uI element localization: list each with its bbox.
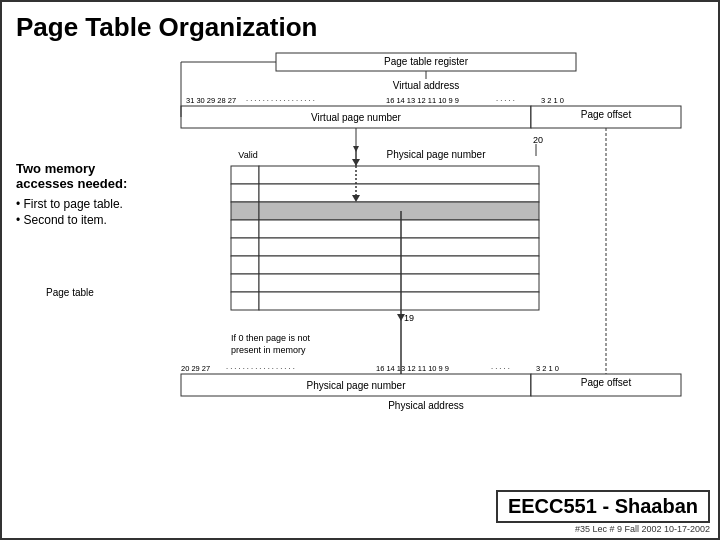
svg-text:· · · · ·: · · · · · xyxy=(496,96,515,105)
svg-text:19: 19 xyxy=(404,313,414,323)
svg-rect-26 xyxy=(259,202,539,220)
svg-rect-29 xyxy=(231,238,259,256)
svg-rect-31 xyxy=(231,256,259,274)
footer: EECC551 - Shaaban #35 Lec # 9 Fall 2002 … xyxy=(496,490,710,534)
first-item-label: • First to page table. xyxy=(16,197,176,211)
svg-text:3  2  1  0: 3 2 1 0 xyxy=(541,96,564,105)
svg-text:16 14 13 12 11 10  9  9: 16 14 13 12 11 10 9 9 xyxy=(386,96,459,105)
svg-text:20: 20 xyxy=(533,135,543,145)
svg-text:31 30 29 28 27: 31 30 29 28 27 xyxy=(186,96,236,105)
page-table-tag: Page table xyxy=(46,287,176,298)
svg-rect-24 xyxy=(259,184,539,202)
svg-text:Page table register: Page table register xyxy=(384,56,469,67)
svg-rect-35 xyxy=(231,292,259,310)
svg-text:Virtual address: Virtual address xyxy=(393,80,460,91)
svg-rect-30 xyxy=(259,238,539,256)
left-description: Two memory accesses needed: • First to p… xyxy=(16,51,176,483)
svg-rect-32 xyxy=(259,256,539,274)
svg-rect-23 xyxy=(231,184,259,202)
svg-rect-34 xyxy=(259,274,539,292)
svg-rect-36 xyxy=(259,292,539,310)
svg-text:Virtual page number: Virtual page number xyxy=(311,112,402,123)
slide: Page Table Organization Two memory acces… xyxy=(0,0,720,540)
svg-text:· · · · ·: · · · · · xyxy=(491,364,510,373)
svg-text:Page offset: Page offset xyxy=(581,377,632,388)
svg-text:3  2  1  0: 3 2 1 0 xyxy=(536,364,559,373)
svg-text:· · · · · · · · · · · · · · · : · · · · · · · · · · · · · · · · · xyxy=(246,96,315,105)
svg-text:· · · · · · · · · · · · · · · : · · · · · · · · · · · · · · · · · xyxy=(226,364,295,373)
svg-rect-21 xyxy=(231,166,259,184)
two-mem-label: Two memory accesses needed: xyxy=(16,161,176,191)
svg-text:If 0 then page is not: If 0 then page is not xyxy=(231,333,311,343)
eecc-badge: EECC551 - Shaaban xyxy=(496,490,710,523)
svg-text:present in memory: present in memory xyxy=(231,345,306,355)
svg-rect-22 xyxy=(259,166,539,184)
svg-text:Physical address: Physical address xyxy=(388,400,464,411)
diagram-svg: Page table register Virtual address 31 3… xyxy=(176,51,696,481)
svg-rect-28 xyxy=(259,220,539,238)
svg-text:20 29 27: 20 29 27 xyxy=(181,364,210,373)
slide-ref: #35 Lec # 9 Fall 2002 10-17-2002 xyxy=(575,524,710,534)
svg-text:Physical page number: Physical page number xyxy=(387,149,487,160)
svg-rect-27 xyxy=(231,220,259,238)
svg-text:Physical page number: Physical page number xyxy=(307,380,407,391)
svg-rect-25 xyxy=(231,202,259,220)
svg-marker-20 xyxy=(352,159,360,166)
svg-text:Valid: Valid xyxy=(238,150,257,160)
page-title: Page Table Organization xyxy=(16,12,704,43)
second-item-label: • Second to item. xyxy=(16,213,176,227)
svg-rect-33 xyxy=(231,274,259,292)
svg-text:16 14 13 12 11 10  9  9: 16 14 13 12 11 10 9 9 xyxy=(376,364,449,373)
svg-text:Page offset: Page offset xyxy=(581,109,632,120)
